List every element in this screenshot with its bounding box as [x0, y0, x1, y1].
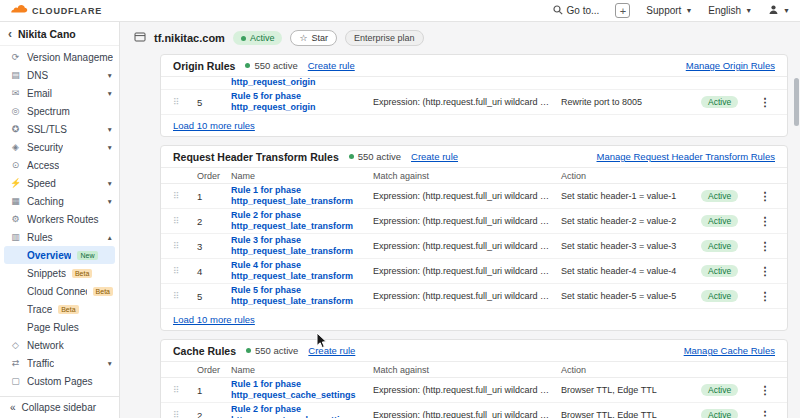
status-badge: Active — [701, 240, 738, 252]
column-order: Order — [197, 365, 231, 375]
sidebar-item-rules[interactable]: ▥ Rules ▲ — [0, 228, 119, 246]
drag-handle-icon[interactable]: ⠿ — [173, 241, 197, 251]
drag-handle-icon[interactable]: ⠿ — [173, 191, 197, 201]
kebab-menu-icon[interactable]: ⋮ — [755, 384, 775, 397]
sidebar-item-dns[interactable]: ▤ DNS ▼ — [0, 66, 119, 84]
rule-name-link[interactable]: http_request_origin — [231, 77, 373, 88]
table-row: ⠿ 2 Rule 2 for phase http_request_cache_… — [161, 403, 787, 418]
sidebar-item-network[interactable]: ◇ Network — [0, 336, 119, 354]
zone-domain: tf.nikitac.com — [154, 32, 225, 44]
sidebar-item-custom-pages[interactable]: ▢ Custom Pages — [0, 372, 119, 390]
sidebar-item-access[interactable]: ⊙ Access — [0, 156, 119, 174]
sidebar-item-caching[interactable]: ▦ Caching ▼ — [0, 192, 119, 210]
drag-handle-icon[interactable]: ⠿ — [173, 410, 197, 418]
account-switcher[interactable]: ‹ Nikita Cano — [0, 22, 119, 46]
kebab-menu-icon[interactable]: ⋮ — [755, 215, 775, 228]
chevron-down-icon: ▼ — [745, 7, 752, 14]
manage-request-header-transform-rules-link[interactable]: Manage Request Header Transform Rules — [597, 151, 775, 162]
kebab-menu-icon[interactable]: ⋮ — [755, 265, 775, 278]
sidebar-item-rules-overview[interactable]: Overview New — [4, 246, 115, 264]
load-more-link[interactable]: Load 10 more rules — [173, 314, 255, 325]
load-more-link[interactable]: Load 10 more rules — [173, 120, 255, 131]
rule-name-link[interactable]: Rule 2 for phase http_request_cache_sett… — [231, 404, 373, 418]
sidebar-item-version-management[interactable]: ⟳ Version Management — [0, 48, 119, 66]
rule-name-link[interactable]: Rule 2 for phase http_request_late_trans… — [231, 210, 373, 233]
sidebar-item-rules-snippets[interactable]: Snippets Beta — [0, 264, 119, 282]
global-search[interactable]: Go to... — [553, 5, 600, 17]
sidebar-item-speed[interactable]: ⚡ Speed ▼ — [0, 174, 119, 192]
add-site-button[interactable]: + — [615, 3, 630, 18]
kebab-menu-icon[interactable]: ⋮ — [755, 409, 775, 418]
create-rule-link[interactable]: Create rule — [411, 151, 458, 162]
rule-name-link[interactable]: Rule 4 for phase http_request_late_trans… — [231, 260, 373, 283]
section-header: Origin Rules 550 active Create rule Mana… — [161, 55, 787, 77]
sidebar-item-ssl-tls[interactable]: ✪ SSL/TLS ▼ — [0, 120, 119, 138]
kebab-menu-icon[interactable]: ⋮ — [755, 290, 775, 303]
plan-label: Enterprise plan — [354, 32, 415, 44]
sidebar-item-label: SSL/TLS — [27, 124, 67, 135]
support-menu[interactable]: Support ▼ — [646, 5, 692, 16]
chevron-up-icon: ▲ — [107, 234, 113, 241]
active-count: 550 active — [255, 345, 298, 356]
rule-action: Set static header-5 = value-5 — [561, 291, 701, 301]
rule-order: 1 — [197, 385, 231, 396]
drag-handle-icon[interactable]: ⠿ — [173, 216, 197, 226]
create-rule-link[interactable]: Create rule — [308, 60, 355, 71]
column-match-against: Match against — [373, 365, 561, 375]
kebab-menu-icon[interactable]: ⋮ — [755, 96, 775, 109]
drag-handle-icon[interactable]: ⠿ — [173, 97, 197, 107]
drag-handle-icon[interactable]: ⠿ — [173, 266, 197, 276]
user-menu[interactable]: ▼ — [768, 4, 790, 17]
cloudflare-logo[interactable]: CLOUDFLARE — [10, 4, 102, 17]
sidebar-item-label: Caching — [27, 196, 64, 207]
rule-name-link[interactable]: Rule 5 for phase http_request_origin — [231, 91, 373, 114]
status-dot-icon — [349, 154, 354, 159]
zone-status-badge: Active — [233, 31, 283, 45]
manage-cache-rules-link[interactable]: Manage Cache Rules — [684, 345, 775, 356]
sidebar-item-spectrum[interactable]: ◎ Spectrum — [0, 102, 119, 120]
scrollbar-thumb[interactable] — [794, 78, 799, 126]
sidebar-item-label: Security — [27, 142, 63, 153]
search-label: Go to... — [567, 5, 600, 16]
status-badge: Active — [701, 96, 738, 108]
sidebar-item-rules-trace[interactable]: Trace Beta — [0, 300, 119, 318]
kebab-menu-icon[interactable]: ⋮ — [755, 240, 775, 253]
site-icon — [134, 31, 146, 45]
sidebar-item-label: Rules — [27, 232, 53, 243]
rule-name-link[interactable]: Rule 3 for phase http_request_late_trans… — [231, 235, 373, 258]
rule-order: 2 — [197, 410, 231, 418]
collapse-sidebar-button[interactable]: « Collapse sidebar — [0, 396, 119, 418]
sidebar-item-workers-routes[interactable]: ⚙ Workers Routes — [0, 210, 119, 228]
request-header-transform-rules-section: Request Header Transform Rules 550 activ… — [160, 145, 788, 331]
column-match-against: Match against — [373, 171, 561, 181]
rule-match: Expression: (http.request.full_uri wildc… — [373, 291, 561, 301]
sidebar-item-label: Network — [27, 340, 64, 351]
status-dot-icon — [241, 36, 246, 41]
rule-name-link[interactable]: Rule 1 for phase http_request_cache_sett… — [231, 379, 373, 402]
search-icon — [553, 5, 563, 17]
beta-badge: Beta — [58, 305, 78, 314]
rule-match: Expression: (http.request.full_uri wildc… — [373, 191, 561, 201]
manage-origin-rules-link[interactable]: Manage Origin Rules — [686, 60, 775, 71]
zone-status-label: Active — [250, 32, 275, 44]
sidebar-item-rules-page-rules[interactable]: Page Rules — [0, 318, 119, 336]
language-menu[interactable]: English ▼ — [708, 5, 752, 16]
sidebar-item-security[interactable]: ◈ Security ▼ — [0, 138, 119, 156]
rule-name-link[interactable]: Rule 5 for phase http_request_late_trans… — [231, 285, 373, 308]
star-label: Star — [312, 32, 329, 44]
sidebar-item-email[interactable]: ✉ Email ▼ — [0, 84, 119, 102]
rule-name-link[interactable]: Rule 1 for phase http_request_late_trans… — [231, 185, 373, 208]
collapse-icon: « — [10, 402, 16, 413]
drag-handle-icon[interactable]: ⠿ — [173, 291, 197, 301]
rule-action: Set static header-4 = value-4 — [561, 266, 701, 276]
sidebar-item-rules-cloud-connector[interactable]: Cloud Connector Beta — [0, 282, 119, 300]
sidebar-item-label: Email — [27, 88, 52, 99]
language-label: English — [708, 5, 741, 16]
status-badge: Active — [701, 190, 738, 202]
kebab-menu-icon[interactable]: ⋮ — [755, 190, 775, 203]
drag-handle-icon[interactable]: ⠿ — [173, 385, 197, 395]
chevron-down-icon: ▼ — [107, 144, 113, 151]
sidebar-item-traffic[interactable]: ⇄ Traffic ▼ — [0, 354, 119, 372]
star-button[interactable]: ☆ Star — [290, 30, 337, 46]
create-rule-link[interactable]: Create rule — [308, 345, 355, 356]
